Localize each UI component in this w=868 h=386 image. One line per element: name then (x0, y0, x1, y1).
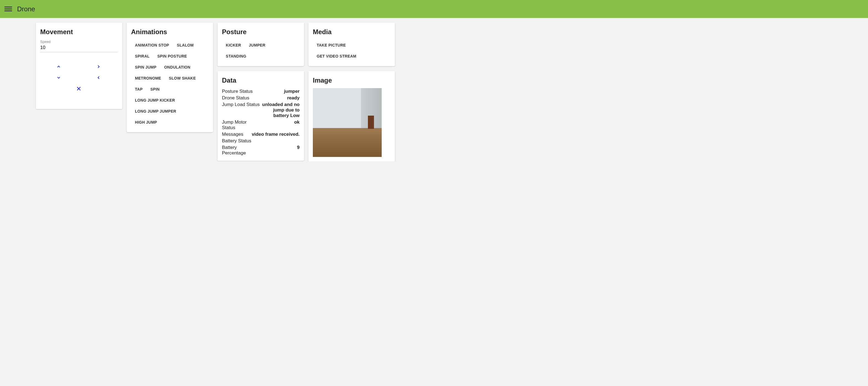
spiral-button[interactable]: Spiral (131, 51, 153, 62)
posture-title: Posture (222, 28, 300, 36)
stop-icon[interactable] (75, 85, 82, 92)
speed-label: Speed (40, 40, 118, 44)
animations-title: Animations (131, 28, 209, 36)
table-row: Battery Status (222, 138, 300, 144)
animation-stop-button[interactable]: Animation stop (131, 40, 173, 51)
drone-status-label: Drone Status (222, 95, 249, 101)
data-card: Data Posture Status jumper Drone Status … (218, 71, 304, 161)
battery-percentage-value: 9 (262, 145, 300, 150)
app-bar: Drone (0, 0, 868, 18)
movement-title: Movement (40, 28, 118, 36)
spin-posture-button[interactable]: Spin posture (153, 51, 191, 62)
metronome-button[interactable]: Metronome (131, 73, 165, 84)
battery-percentage-label: Battery Percentage (222, 145, 261, 156)
spin-button[interactable]: Spin (147, 84, 163, 95)
table-row: Posture Status jumper (222, 88, 300, 95)
kicker-button[interactable]: Kicker (222, 40, 245, 51)
animations-card: Animations Animation stop Slalom Spiral … (127, 23, 213, 132)
table-row: Drone Status ready (222, 95, 300, 101)
slalom-button[interactable]: Slalom (173, 40, 197, 51)
standing-button[interactable]: Standing (222, 51, 250, 62)
media-card: Media Take Picture Get Video Stream (308, 23, 395, 66)
jump-motor-status-value: ok (262, 120, 300, 125)
long-jump-kicker-button[interactable]: Long jump kicker (131, 95, 179, 106)
tap-button[interactable]: Tap (131, 84, 147, 95)
battery-status-label: Battery Status (222, 138, 251, 144)
movement-dpad (40, 63, 118, 105)
dashboard: Movement Speed (0, 18, 868, 161)
table-row: Jump Motor Status ok (222, 119, 300, 131)
take-picture-button[interactable]: Take Picture (313, 40, 350, 51)
table-row: Messages video frame received. (222, 131, 300, 138)
ondulation-button[interactable]: Ondulation (160, 62, 194, 73)
table-row: Jump Load Status unloaded and no jump du… (222, 101, 300, 119)
down-icon[interactable] (55, 74, 62, 81)
spin-jump-button[interactable]: Spin jump (131, 62, 160, 73)
jump-load-status-value: unloaded and no jump due to battery Low (261, 102, 300, 118)
image-title: Image (313, 76, 391, 84)
data-title: Data (222, 76, 300, 84)
posture-card: Posture Kicker Jumper Standing (218, 23, 304, 66)
speed-input[interactable] (40, 44, 118, 52)
long-jump-jumper-button[interactable]: Long jump jumper (131, 106, 180, 117)
table-row: Battery Percentage 9 (222, 144, 300, 156)
messages-label: Messages (222, 132, 243, 137)
media-title: Media (313, 28, 391, 36)
jump-motor-status-label: Jump Motor Status (222, 120, 261, 130)
app-title: Drone (17, 5, 35, 13)
right-icon[interactable] (95, 63, 102, 70)
posture-status-value: jumper (254, 89, 300, 94)
slow-shake-button[interactable]: Slow shake (165, 73, 200, 84)
image-card: Image (308, 71, 395, 161)
high-jump-button[interactable]: High jump (131, 117, 161, 128)
camera-feed-image (313, 88, 382, 157)
posture-status-label: Posture Status (222, 89, 253, 94)
jumper-button[interactable]: Jumper (245, 40, 269, 51)
messages-value: video frame received. (244, 132, 300, 137)
get-video-stream-button[interactable]: Get Video Stream (313, 51, 360, 62)
left-icon[interactable] (95, 74, 102, 81)
up-icon[interactable] (55, 63, 62, 70)
drone-status-value: ready (250, 95, 300, 101)
jump-load-status-label: Jump Load Status (222, 102, 260, 107)
menu-icon[interactable] (4, 5, 12, 13)
movement-card: Movement Speed (36, 23, 122, 109)
